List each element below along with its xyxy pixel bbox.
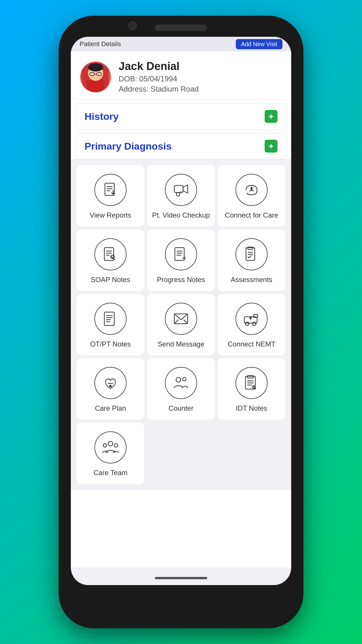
- grid-item-progress-notes[interactable]: Progress Notes: [147, 230, 215, 291]
- svg-rect-48: [247, 376, 254, 378]
- svg-rect-1: [87, 80, 104, 93]
- connect-nemt-label: Connect NEMT: [228, 340, 275, 349]
- svg-point-42: [252, 322, 256, 326]
- pt-video-checkup-icon-circle: [165, 174, 197, 206]
- soap-notes-label: SOAP Notes: [91, 276, 130, 284]
- pt-video-checkup-label: Pt. Video Checkup: [152, 211, 210, 220]
- grid-item-ot-pt-notes[interactable]: OT/PT Notes: [77, 294, 144, 356]
- patient-address: Address: Stadium Road: [119, 85, 282, 94]
- grid-item-connect-nemt[interactable]: Connect NEMT: [218, 294, 285, 356]
- care-plan-icon-circle: [94, 367, 126, 399]
- grid-item-idt-notes[interactable]: IDT Notes: [218, 358, 285, 420]
- care-team-label: Care Team: [94, 469, 128, 477]
- svg-point-53: [108, 441, 113, 446]
- assessments-label: Assessments: [231, 276, 273, 284]
- svg-point-54: [103, 444, 107, 447]
- svg-line-38: [184, 320, 188, 324]
- svg-point-14: [176, 192, 180, 196]
- connect-nemt-icon-circle: [236, 303, 268, 335]
- status-bar: Patient Details Add New Visit: [71, 37, 291, 51]
- grid-item-care-team[interactable]: Care Team: [77, 423, 144, 484]
- connect-for-care-icon-circle: [236, 174, 268, 206]
- svg-marker-13: [183, 185, 188, 193]
- svg-line-37: [174, 320, 178, 324]
- grid-item-counter[interactable]: Counter: [147, 358, 215, 420]
- grid-item-pt-video-checkup[interactable]: Pt. Video Checkup: [147, 165, 215, 227]
- svg-point-45: [176, 377, 181, 382]
- avatar: [80, 61, 112, 93]
- patient-name: Jack Denial: [119, 60, 282, 73]
- grid-item-soap-notes[interactable]: SOAP Notes: [77, 230, 144, 291]
- grid-item-connect-for-care[interactable]: Connect for Care: [218, 165, 285, 227]
- svg-point-46: [182, 377, 186, 381]
- care-team-icon-circle: [94, 431, 126, 463]
- connect-for-care-label: Connect for Care: [225, 211, 278, 220]
- primary-diagnosis-title: Primary Diagnosis: [85, 141, 172, 152]
- svg-point-55: [114, 444, 118, 447]
- phone-screen: Patient Details Add New Visit: [71, 37, 291, 585]
- counter-label: Counter: [168, 404, 193, 413]
- svg-rect-31: [104, 312, 114, 326]
- phone-device: Patient Details Add New Visit: [59, 16, 303, 628]
- home-bar[interactable]: [155, 577, 207, 579]
- svg-rect-23: [175, 248, 184, 260]
- view-reports-label: View Reports: [90, 211, 131, 220]
- phone-speaker: [155, 24, 207, 31]
- patient-info: Jack Denial DOB: 05/04/1994 Address: Sta…: [119, 60, 282, 94]
- assessments-icon-circle: [236, 238, 268, 270]
- grid-item-assessments[interactable]: Assessments: [218, 230, 285, 291]
- svg-point-3: [88, 63, 103, 71]
- action-grid-container: View Reports: [71, 159, 291, 490]
- history-section[interactable]: History +: [75, 103, 287, 130]
- app-bar-button[interactable]: Add New Visit: [236, 39, 282, 49]
- grid-item-care-plan[interactable]: Care Plan: [77, 358, 144, 420]
- ot-pt-notes-label: OT/PT Notes: [90, 340, 131, 349]
- progress-notes-icon-circle: [165, 238, 197, 270]
- svg-point-41: [245, 322, 249, 326]
- svg-point-44: [110, 385, 111, 387]
- send-message-label: Send Message: [158, 340, 204, 349]
- primary-diagnosis-section[interactable]: Primary Diagnosis +: [75, 133, 287, 159]
- idt-notes-label: IDT Notes: [236, 404, 267, 413]
- progress-notes-label: Progress Notes: [157, 276, 205, 284]
- grid-item-view-reports[interactable]: View Reports: [77, 165, 144, 227]
- svg-point-16: [251, 188, 252, 190]
- history-add-button[interactable]: +: [265, 110, 277, 123]
- history-title: History: [85, 111, 119, 122]
- soap-notes-icon-circle: [94, 238, 126, 270]
- action-grid: View Reports: [74, 165, 288, 484]
- phone-camera: [129, 22, 137, 30]
- counter-icon-circle: [165, 367, 197, 399]
- scroll-content[interactable]: Jack Denial DOB: 05/04/1994 Address: Sta…: [71, 51, 291, 568]
- care-plan-label: Care Plan: [95, 404, 126, 413]
- grid-item-send-message[interactable]: Send Message: [147, 294, 215, 356]
- svg-rect-28: [248, 247, 253, 249]
- primary-diagnosis-add-button[interactable]: +: [265, 140, 277, 153]
- status-bar-patient: Patient Details: [80, 40, 121, 48]
- patient-header: Jack Denial DOB: 05/04/1994 Address: Sta…: [71, 51, 291, 100]
- ot-pt-notes-icon-circle: [94, 303, 126, 335]
- send-message-icon-circle: [165, 303, 197, 335]
- idt-notes-icon-circle: [236, 367, 268, 399]
- svg-rect-12: [174, 186, 183, 192]
- patient-dob: DOB: 05/04/1994: [119, 74, 282, 83]
- view-reports-icon-circle: [94, 174, 126, 206]
